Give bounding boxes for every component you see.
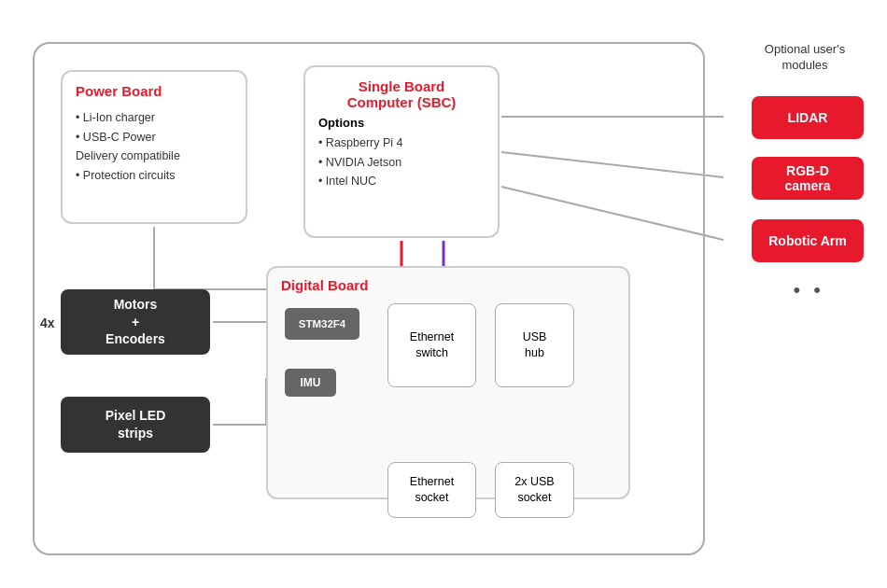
optional-modules-label: Optional user'smodules xyxy=(753,42,856,74)
digital-board-title: Digital Board xyxy=(281,277,615,293)
usb-hub-box: USBhub xyxy=(495,303,574,387)
sbc-option-nvidia: NVIDIA Jetson xyxy=(318,153,485,173)
robotic-arm-module: Robotic Arm xyxy=(752,219,864,262)
power-board-item-1: Li-Ion charger xyxy=(76,108,232,128)
power-board: Power Board Li-Ion charger USB-C PowerDe… xyxy=(61,70,247,224)
more-modules-dots: • • xyxy=(793,278,824,302)
ethernet-switch-box: Ethernetswitch xyxy=(387,303,476,387)
power-board-item-3: Protection circuits xyxy=(76,166,232,186)
diagram-container: Optional user'smodules LIDAR RGB-Dcamera… xyxy=(14,14,873,574)
imu-chip: IMU xyxy=(285,369,336,397)
sbc-title: Single BoardComputer (SBC) xyxy=(318,78,485,110)
sbc-options-label: Options xyxy=(318,116,485,130)
label-4x: 4x xyxy=(40,315,55,330)
power-board-list: Li-Ion charger USB-C PowerDelivery compa… xyxy=(76,108,232,186)
power-board-item-2: USB-C PowerDelivery compatibile xyxy=(76,128,232,166)
usb-socket-box: 2x USBsocket xyxy=(495,462,574,518)
sbc-option-raspberry: Raspberry Pi 4 xyxy=(318,133,485,153)
motors-encoders-box: Motors+Encoders xyxy=(61,289,210,355)
ethernet-socket-box: Ethernetsocket xyxy=(387,462,476,518)
lidar-module: LIDAR xyxy=(752,96,864,139)
sbc-box: Single BoardComputer (SBC) Options Raspb… xyxy=(303,65,500,238)
rgbd-module: RGB-Dcamera xyxy=(752,157,864,200)
power-board-title: Power Board xyxy=(76,83,232,99)
sbc-options-list: Raspberry Pi 4 NVIDIA Jetson Intel NUC xyxy=(318,133,485,191)
pixel-led-box: Pixel LEDstrips xyxy=(61,397,210,453)
stm32f4-chip: STM32F4 xyxy=(285,308,359,340)
sbc-option-intel: Intel NUC xyxy=(318,172,485,191)
